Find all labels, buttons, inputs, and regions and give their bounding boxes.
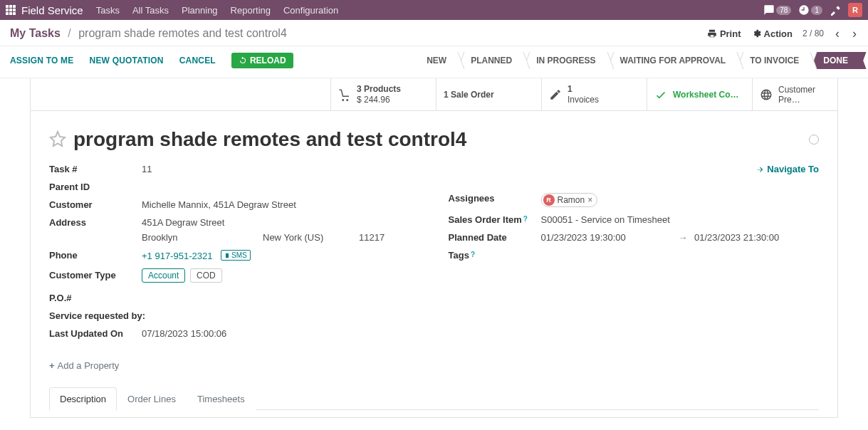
- address-city: Brooklyn: [142, 232, 263, 243]
- label-last-updated: Last Updated On: [49, 328, 142, 339]
- planned-to[interactable]: 01/23/2023 21:30:00: [694, 232, 779, 243]
- label-po: P.O.#: [49, 293, 142, 303]
- stage-to-invoice[interactable]: TO INVOICE: [736, 52, 809, 69]
- label-task-number: Task #: [49, 164, 142, 174]
- pager-next[interactable]: ›: [851, 27, 858, 40]
- add-property-button[interactable]: +Add a Property: [49, 360, 119, 371]
- customer-type-cod[interactable]: COD: [190, 268, 222, 283]
- svg-rect-0: [226, 253, 229, 258]
- tab-timesheets[interactable]: Timesheets: [187, 387, 256, 410]
- pager-prev[interactable]: ‹: [834, 27, 841, 40]
- apps-icon[interactable]: [6, 5, 16, 15]
- sms-button[interactable]: SMS: [221, 250, 251, 261]
- tools-icon[interactable]: [830, 4, 841, 16]
- customer-type-account[interactable]: Account: [142, 268, 185, 283]
- help-icon[interactable]: ?: [471, 251, 475, 258]
- label-customer: Customer: [49, 199, 142, 210]
- planned-from[interactable]: 01/23/2023 19:30:00: [541, 232, 626, 243]
- assignee-chip[interactable]: R Ramon ×: [541, 193, 598, 207]
- preview-label: Customer Pre…: [778, 85, 830, 105]
- help-icon[interactable]: ?: [523, 215, 528, 223]
- status-rail: NEW PLANNED IN PROGRESS WAITING FOR APPR…: [412, 52, 858, 69]
- label-parent-id: Parent ID: [49, 182, 142, 192]
- invoices-label: Invoices: [568, 95, 599, 105]
- label-sales-order-item: Sales Order Item?: [449, 214, 541, 225]
- breadcrumb: My Tasks / program shade remotes and tes…: [10, 27, 287, 40]
- arrow-right-icon: →: [678, 232, 687, 243]
- action-button[interactable]: Action: [751, 28, 793, 39]
- label-address: Address: [49, 217, 142, 228]
- last-updated: 07/18/2023 15:00:06: [142, 328, 420, 339]
- cancel-button[interactable]: CANCEL: [179, 56, 216, 65]
- address-zip: 11217: [359, 232, 394, 243]
- label-assignees: Assignees: [449, 193, 541, 207]
- status-circle[interactable]: [809, 135, 819, 145]
- clock-badge: 1: [811, 6, 822, 15]
- nav-configuration[interactable]: Configuration: [283, 5, 338, 16]
- breadcrumb-root[interactable]: My Tasks: [10, 27, 61, 39]
- cart-icon: [338, 88, 351, 101]
- stat-sale-order[interactable]: 1 Sale Order: [436, 78, 541, 110]
- tab-order-lines[interactable]: Order Lines: [117, 387, 187, 410]
- assign-to-me-button[interactable]: ASSIGN TO ME: [10, 56, 74, 65]
- breadcrumb-task: program shade remotes and test control4: [78, 27, 287, 39]
- messages-badge: 78: [776, 6, 791, 15]
- customer-name[interactable]: Michelle Mannix, 451A Degraw Street: [142, 199, 420, 210]
- nav-reporting[interactable]: Reporting: [231, 5, 271, 16]
- label-service-requested: Service requested by:: [49, 310, 145, 321]
- stat-products[interactable]: 3 Products$ 244.96: [330, 78, 436, 110]
- messages-icon[interactable]: 78: [763, 4, 791, 16]
- stat-invoices[interactable]: 1Invoices: [541, 78, 647, 110]
- tab-description[interactable]: Description: [49, 387, 117, 410]
- stat-customer-preview[interactable]: Customer Pre…: [752, 78, 837, 110]
- new-quotation-button[interactable]: NEW QUOTATION: [90, 56, 164, 65]
- assignee-avatar: R: [543, 194, 555, 206]
- label-tags: Tags?: [449, 250, 541, 261]
- user-avatar[interactable]: R: [848, 3, 862, 17]
- sale-order-label: 1 Sale Order: [444, 90, 494, 100]
- assignee-name: Ramon: [558, 195, 585, 205]
- star-icon[interactable]: [49, 130, 66, 150]
- stage-planned[interactable]: PLANNED: [456, 52, 522, 69]
- address-street: 451A Degraw Street: [142, 217, 420, 228]
- stage-waiting-approval[interactable]: WAITING FOR APPROVAL: [606, 52, 736, 69]
- address-state: New York (US): [263, 232, 359, 243]
- products-amount: $ 244.96: [357, 95, 401, 105]
- products-count: 3 Products: [357, 84, 401, 94]
- app-brand: Field Service: [21, 4, 83, 16]
- clock-icon[interactable]: 1: [798, 4, 822, 16]
- phone-icon: [224, 252, 230, 259]
- edit-icon: [549, 88, 562, 101]
- worksheet-label: Worksheet Co…: [673, 90, 738, 100]
- remove-assignee-icon[interactable]: ×: [587, 195, 592, 205]
- check-icon: [654, 88, 667, 101]
- invoices-count: 1: [568, 84, 599, 94]
- navigate-to-button[interactable]: Navigate To: [755, 164, 819, 174]
- stage-in-progress[interactable]: IN PROGRESS: [522, 52, 605, 69]
- stat-worksheet[interactable]: Worksheet Co…: [647, 78, 752, 110]
- nav-planning[interactable]: Planning: [182, 5, 218, 16]
- reload-icon: [239, 56, 247, 65]
- globe-icon: [760, 88, 773, 101]
- nav-all-tasks[interactable]: All Tasks: [132, 5, 169, 16]
- phone-link[interactable]: +1 917-951-2321: [142, 251, 212, 261]
- arrow-icon: [755, 165, 764, 174]
- label-customer-type: Customer Type: [49, 270, 142, 280]
- label-planned-date: Planned Date: [449, 232, 541, 243]
- sales-order-item[interactable]: S00051 - Service on Timesheet: [541, 214, 820, 225]
- pager: 2 / 80: [802, 28, 824, 38]
- stage-new[interactable]: NEW: [412, 52, 456, 69]
- task-number: 11: [142, 164, 420, 174]
- nav-tasks[interactable]: Tasks: [96, 5, 120, 16]
- label-phone: Phone: [49, 250, 142, 261]
- print-button[interactable]: Print: [707, 28, 741, 39]
- reload-button[interactable]: RELOAD: [231, 53, 293, 68]
- task-title: program shade remotes and test control4: [73, 128, 802, 151]
- stage-done[interactable]: DONE: [809, 52, 858, 69]
